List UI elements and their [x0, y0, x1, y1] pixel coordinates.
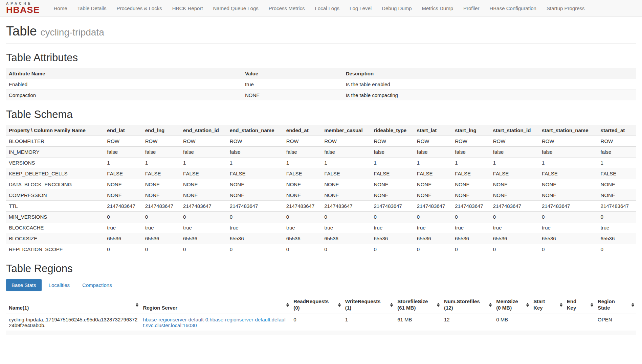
regions-column-label: ReadRequests (0) — [293, 298, 329, 311]
schema-value-cell: 0 — [322, 244, 371, 255]
sort-icon[interactable] — [526, 303, 529, 307]
schema-value-cell: true — [180, 222, 227, 233]
tab-base-stats[interactable]: Base Stats — [6, 279, 42, 291]
nav-item-link[interactable]: Table Details — [72, 0, 112, 16]
sort-down-arrow — [338, 305, 341, 307]
region-server-link[interactable]: hbase-regionserver-default-0.hbase-regio… — [143, 317, 285, 328]
regions-column-label: StorefileSize (61 MB) — [397, 298, 428, 311]
schema-value-cell: 0 — [490, 212, 539, 222]
tab-localities[interactable]: Localities — [43, 279, 75, 291]
hbase-logo[interactable]: APACHE HBASE — [6, 2, 40, 15]
page-title-text: Table — [6, 24, 37, 38]
sort-icon[interactable] — [591, 303, 593, 307]
regions-column-header[interactable]: Region State — [595, 296, 636, 314]
nav-item-link[interactable]: Named Queue Logs — [208, 0, 264, 16]
nav-menu: HomeTable DetailsProcedures & LocksHBCK … — [49, 0, 590, 16]
schema-value-cell: 2147483647 — [598, 201, 636, 212]
sort-icon[interactable] — [338, 303, 341, 307]
schema-value-cell: 2147483647 — [414, 201, 452, 212]
schema-property-name: COMPRESSION — [6, 190, 104, 201]
attribute-name-cell: Compaction — [6, 90, 242, 101]
schema-value-cell: 0 — [284, 244, 322, 255]
nav-item-link[interactable]: HBCK Report — [167, 0, 208, 16]
schema-property-row: BLOCKCACHEtruetruetruetruetruetruetruetr… — [6, 222, 636, 233]
tab-base-stats-link[interactable]: Base Stats — [6, 279, 42, 291]
schema-value-cell: 1 — [598, 157, 636, 168]
sort-down-arrow — [526, 305, 529, 307]
nav-item-link[interactable]: Metrics Dump — [417, 0, 459, 16]
regions-column-label: Region State — [598, 298, 615, 311]
regions-column-header[interactable]: End Key — [564, 296, 595, 314]
schema-value-cell: NONE — [104, 179, 142, 190]
nav-item-link[interactable]: Procedures & Locks — [111, 0, 167, 16]
sort-up-arrow — [526, 303, 529, 305]
schema-value-cell: false — [490, 147, 539, 157]
schema-value-cell: false — [452, 147, 490, 157]
regions-table: Name(1)Region ServerReadRequests (0)Writ… — [6, 296, 636, 335]
sort-icon[interactable] — [136, 303, 138, 307]
regions-column-header[interactable]: MemSize (0 MB) — [493, 296, 531, 314]
schema-value-cell: NONE — [322, 179, 371, 190]
nav-item-link[interactable]: Log Level — [345, 0, 377, 16]
regions-table-head: Name(1)Region ServerReadRequests (0)Writ… — [6, 296, 636, 314]
schema-value-cell: NONE — [142, 190, 180, 201]
attribute-row: EnabledtrueIs the table enabled — [6, 79, 636, 90]
schema-value-cell: FALSE — [284, 168, 322, 179]
regions-column-header[interactable]: Name(1) — [6, 296, 140, 314]
nav-item-link[interactable]: Profiler — [458, 0, 485, 16]
schema-value-cell: 65536 — [180, 233, 227, 244]
schema-value-cell: ROW — [371, 136, 414, 147]
sort-icon[interactable] — [286, 303, 289, 307]
attributes-column-header: Value — [242, 68, 343, 79]
schema-value-cell: 2147483647 — [104, 201, 142, 212]
attribute-description-cell: Is the table enabled — [343, 79, 636, 90]
regions-column-header[interactable]: Region Server — [140, 296, 291, 314]
nav-item-link[interactable]: Home — [49, 0, 72, 16]
regions-column-header[interactable]: ReadRequests (0) — [291, 296, 342, 314]
sort-down-arrow — [136, 305, 138, 307]
tab-compactions-link[interactable]: Compactions — [77, 279, 117, 291]
schema-family-header: end_lat — [104, 125, 142, 136]
schema-value-cell: ROW — [598, 136, 636, 147]
schema-value-cell: 65536 — [322, 233, 371, 244]
schema-heading: Table Schema — [6, 108, 636, 121]
sort-icon[interactable] — [437, 303, 440, 307]
nav-item-link[interactable]: Startup Progress — [541, 0, 590, 16]
regions-column-header[interactable]: WriteRequests (1) — [342, 296, 395, 314]
nav-item-link[interactable]: HBase Configuration — [485, 0, 541, 16]
regions-column-label: Name(1) — [9, 305, 29, 311]
regions-column-header[interactable]: Start Key — [531, 296, 564, 314]
schema-value-cell: 2147483647 — [227, 201, 284, 212]
region-read-requests-cell: 0 — [291, 314, 342, 331]
nav-item-link[interactable]: Process Metrics — [264, 0, 310, 16]
schema-value-cell: ROW — [104, 136, 142, 147]
sort-icon[interactable] — [489, 303, 492, 307]
nav-item-link[interactable]: Local Logs — [310, 0, 345, 16]
sort-icon[interactable] — [390, 303, 393, 307]
schema-value-cell: FALSE — [539, 168, 598, 179]
sort-down-arrow — [437, 305, 440, 307]
sort-icon[interactable] — [632, 303, 634, 307]
schema-value-cell: 65536 — [452, 233, 490, 244]
regions-heading: Table Regions — [6, 263, 636, 275]
schema-value-cell: true — [227, 222, 284, 233]
schema-value-cell: NONE — [180, 190, 227, 201]
region-write-requests-cell: 1 — [342, 314, 395, 331]
attributes-column-header: Attribute Name — [6, 68, 242, 79]
regions-column-header[interactable]: StorefileSize (61 MB) — [395, 296, 441, 314]
tab-localities-link[interactable]: Localities — [43, 279, 75, 291]
tab-compactions[interactable]: Compactions — [77, 279, 117, 291]
schema-value-cell: 65536 — [142, 233, 180, 244]
nav-item: HBCK Report — [167, 0, 208, 16]
schema-value-cell: 0 — [539, 244, 598, 255]
schema-value-cell: false — [371, 147, 414, 157]
schema-value-cell: NONE — [104, 190, 142, 201]
nav-item: Named Queue Logs — [208, 0, 264, 16]
nav-item-link[interactable]: Debug Dump — [377, 0, 417, 16]
sort-icon[interactable] — [560, 303, 562, 307]
schema-property-row: REPLICATION_SCOPE000000000000 — [6, 244, 636, 255]
regions-column-header[interactable]: Num.Storefiles (12) — [441, 296, 493, 314]
schema-value-cell: NONE — [598, 190, 636, 201]
schema-value-cell: true — [322, 222, 371, 233]
schema-value-cell: NONE — [322, 190, 371, 201]
